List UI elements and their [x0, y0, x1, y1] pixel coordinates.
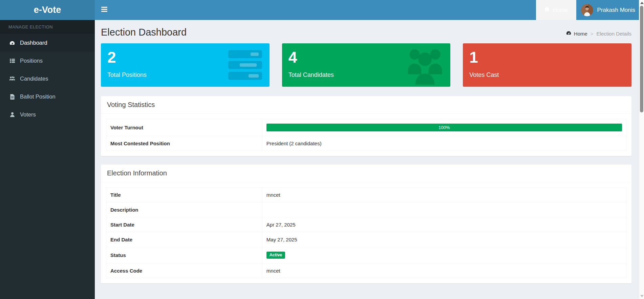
sidebar-item-ballot-position[interactable]: Ballot Position	[0, 88, 95, 106]
stat-label: Votes Cast	[469, 71, 625, 79]
home-icon	[544, 6, 550, 14]
row-label: Status	[106, 247, 262, 263]
table-row: StatusActive	[106, 247, 626, 263]
brand-logo[interactable]: e-Vote	[0, 0, 95, 20]
sidebar-item-label: Positions	[20, 58, 43, 64]
row-label: Title	[106, 188, 262, 202]
row-label: Voter Turnout	[106, 119, 262, 136]
stat-box-total-candidates: 4Total Candidates	[282, 43, 451, 87]
user-group-icon	[405, 48, 445, 86]
user-name: Prakash Monis	[597, 7, 635, 14]
voter-turnout-progress: 100%	[266, 124, 622, 131]
scrollbar-thumb[interactable]	[640, 6, 643, 112]
row-value	[262, 202, 626, 217]
file-text-icon	[8, 94, 16, 100]
user-icon	[8, 112, 16, 117]
row-label: Description	[106, 202, 262, 217]
dashboard-icon	[566, 30, 572, 37]
breadcrumb-separator: >	[591, 31, 594, 37]
avatar	[581, 4, 593, 16]
voting-statistics-header: Voting Statistics	[101, 96, 631, 114]
table-row: Most Contested PositionPresident (2 cand…	[106, 136, 626, 151]
top-navbar: e-Vote Home Prakash Monis	[0, 0, 644, 20]
row-value: mncet	[262, 263, 626, 278]
user-menu[interactable]: Prakash Monis	[576, 0, 644, 20]
stats-row: 2Total Positions4Total Candidates1Votes …	[101, 43, 631, 87]
row-value: Apr 27, 2025	[262, 217, 626, 232]
table-row: Access Codemncet	[106, 263, 626, 278]
voting-statistics-title: Voting Statistics	[107, 101, 155, 108]
sidebar-item-dashboard[interactable]: Dashboard	[0, 34, 95, 52]
tachometer-icon	[8, 40, 16, 46]
sidebar-item-voters[interactable]: Voters	[0, 106, 95, 124]
stat-box-votes-cast: 1Votes Cast	[463, 43, 631, 87]
row-value: mncet	[262, 188, 626, 202]
scrollbar-down-arrow-icon[interactable]	[640, 295, 644, 297]
voting-statistics-table: Voter Turnout100%Most Contested Position…	[106, 119, 626, 151]
breadcrumb-home-link[interactable]: Home	[566, 30, 587, 37]
row-label: Most Contested Position	[106, 136, 262, 151]
election-information-title: Election Information	[107, 169, 167, 177]
sidebar-item-label: Dashboard	[20, 40, 47, 46]
sidebar-item-positions[interactable]: Positions	[0, 52, 95, 70]
sidebar-toggle-button[interactable]	[95, 0, 113, 20]
row-value: President (2 candidates)	[262, 136, 626, 151]
row-value: Active	[262, 247, 626, 263]
voting-statistics-panel: Voting Statistics Voter Turnout100%Most …	[101, 96, 631, 156]
sidebar-item-label: Voters	[20, 111, 36, 118]
row-label: End Date	[106, 232, 262, 247]
hamburger-icon	[101, 7, 107, 13]
app-window: e-Vote Home Prakash Monis MANAGE ELECTIO…	[0, 0, 644, 299]
election-information-table: TitlemncetDescriptionStart DateApr 27, 2…	[106, 187, 626, 278]
progress-bar-fill: 100%	[266, 124, 622, 131]
vertical-scrollbar[interactable]	[639, 0, 644, 299]
page-title: Election Dashboard	[101, 27, 187, 38]
election-information-header: Election Information	[101, 165, 631, 182]
users-icon	[8, 76, 16, 81]
sidebar-menu: DashboardPositionsCandidatesBallot Posit…	[0, 34, 95, 124]
table-row: Titlemncet	[106, 188, 626, 202]
table-row: Start DateApr 27, 2025	[106, 217, 626, 232]
sidebar: MANAGE ELECTION DashboardPositionsCandid…	[0, 20, 95, 299]
navbar-spacer	[113, 0, 536, 20]
sidebar-section-header: MANAGE ELECTION	[0, 20, 95, 34]
table-row: Voter Turnout100%	[106, 119, 626, 136]
sidebar-item-candidates[interactable]: Candidates	[0, 70, 95, 88]
content-area: Election Dashboard Home > Election Detai…	[95, 20, 639, 299]
row-value: 100%	[262, 119, 626, 136]
stat-box-total-positions: 2Total Positions	[101, 43, 270, 87]
th-list-icon	[8, 58, 16, 63]
scrollbar-up-arrow-icon[interactable]	[640, 2, 644, 4]
sidebar-item-label: Candidates	[20, 76, 48, 82]
breadcrumb-home-label: Home	[574, 31, 587, 37]
status-badge: Active	[266, 252, 285, 259]
nav-home-link[interactable]: Home	[536, 0, 576, 20]
sidebar-item-label: Ballot Position	[20, 93, 56, 100]
stat-value: 1	[469, 49, 625, 66]
row-value: May 27, 2025	[262, 232, 626, 247]
list-rows-icon	[226, 48, 264, 83]
election-information-panel: Election Information TitlemncetDescripti…	[101, 165, 631, 283]
table-row: End DateMay 27, 2025	[106, 232, 626, 247]
row-label: Access Code	[106, 263, 262, 278]
table-row: Description	[106, 202, 626, 217]
breadcrumb-current: Election Details	[597, 31, 631, 37]
row-label: Start Date	[106, 217, 262, 232]
breadcrumb: Home > Election Details	[566, 30, 631, 38]
nav-home-label: Home	[553, 7, 568, 14]
